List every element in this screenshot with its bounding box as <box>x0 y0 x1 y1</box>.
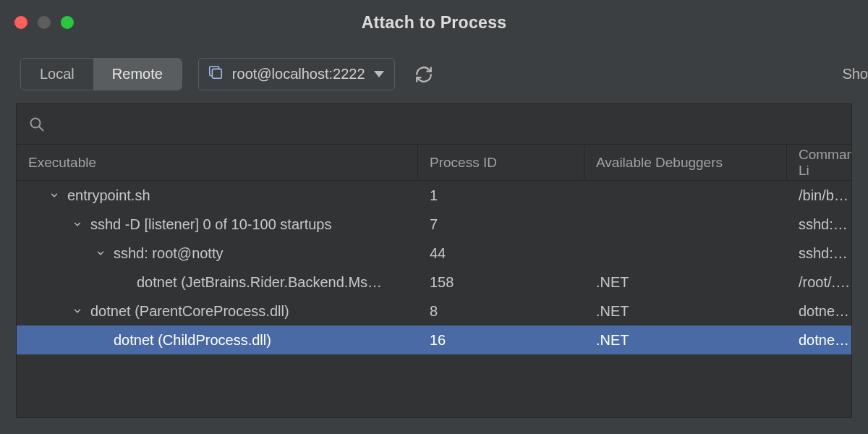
cell-executable: dotnet (JetBrains.Rider.Backend.Ms… <box>17 274 418 291</box>
executable-label: dotnet (ChildProcess.dll) <box>114 332 271 349</box>
connection-mode-segmented: Local Remote <box>20 58 182 90</box>
cell-pid: 7 <box>418 216 584 233</box>
chevron-down-icon[interactable] <box>72 306 83 316</box>
chevron-down-icon <box>374 71 384 77</box>
refresh-button[interactable] <box>411 61 437 88</box>
cell-cmd: dotnet ChildP <box>787 332 851 349</box>
dialog-title: Attach to Process <box>362 13 507 33</box>
cell-executable: dotnet (ParentCoreProcess.dll) <box>17 303 418 320</box>
cell-debuggers: .NET <box>584 274 787 291</box>
show-link[interactable]: Sho <box>842 66 868 82</box>
process-panel: Executable Process ID Available Debugger… <box>16 103 852 418</box>
cell-pid: 1 <box>418 187 584 204</box>
zoom-window-button[interactable] <box>61 16 74 29</box>
col-executable[interactable]: Executable <box>17 145 418 180</box>
executable-label: entrypoint.sh <box>67 187 150 204</box>
table-row[interactable]: sshd -D [listener] 0 of 10-100 startups7… <box>17 210 851 239</box>
svg-rect-1 <box>212 69 221 78</box>
refresh-icon <box>414 65 433 84</box>
table-row[interactable]: dotnet (ChildProcess.dll)16.NETdotnet Ch… <box>17 326 851 354</box>
cell-debuggers: .NET <box>584 332 787 349</box>
cell-executable: dotnet (ChildProcess.dll) <box>17 332 418 349</box>
remote-host-icon <box>208 64 224 84</box>
table-row[interactable]: sshd: root@notty44sshd: root@no <box>17 239 851 268</box>
chevron-down-icon[interactable] <box>95 248 106 258</box>
cell-pid: 16 <box>418 332 584 349</box>
cell-cmd: sshd: /usr/sbi <box>787 216 851 233</box>
cell-executable: sshd -D [listener] 0 of 10-100 startups <box>17 216 418 233</box>
cell-pid: 8 <box>418 303 584 320</box>
executable-label: sshd: root@notty <box>114 245 223 262</box>
chevron-down-icon[interactable] <box>72 219 83 229</box>
cell-debuggers: .NET <box>584 303 787 320</box>
dialog-window: Attach to Process Local Remote root@loca… <box>0 0 868 434</box>
remote-host-dropdown[interactable]: root@localhost:2222 <box>198 58 395 90</box>
executable-label: dotnet (JetBrains.Rider.Backend.Ms… <box>137 274 382 291</box>
cell-pid: 158 <box>418 274 584 291</box>
search-row[interactable] <box>17 104 851 145</box>
search-icon <box>28 116 46 133</box>
titlebar: Attach to Process <box>0 0 868 45</box>
tab-local[interactable]: Local <box>21 59 93 90</box>
col-pid[interactable]: Process ID <box>418 145 584 180</box>
cell-cmd: /bin/bash /app <box>787 187 851 204</box>
cell-pid: 44 <box>418 245 584 262</box>
table-row[interactable]: dotnet (ParentCoreProcess.dll)8.NETdotne… <box>17 297 851 326</box>
remote-host-label: root@localhost:2222 <box>232 66 365 82</box>
executable-label: dotnet (ParentCoreProcess.dll) <box>90 303 289 320</box>
executable-label: sshd -D [listener] 0 of 10-100 startups <box>90 216 332 233</box>
svg-point-2 <box>31 118 41 127</box>
process-table: Executable Process ID Available Debugger… <box>17 145 851 354</box>
cell-cmd: /root/.local/sh <box>787 274 851 291</box>
window-controls <box>14 16 74 29</box>
cell-cmd: dotnet /app/P <box>787 303 851 320</box>
cell-executable: sshd: root@notty <box>17 245 418 262</box>
cell-executable: entrypoint.sh <box>17 187 418 204</box>
table-body: entrypoint.sh1/bin/bash /appsshd -D [lis… <box>17 181 851 354</box>
svg-line-3 <box>39 127 43 131</box>
minimize-window-button[interactable] <box>38 16 51 29</box>
table-row[interactable]: entrypoint.sh1/bin/bash /app <box>17 181 851 210</box>
table-row[interactable]: dotnet (JetBrains.Rider.Backend.Ms…158.N… <box>17 268 851 297</box>
table-header: Executable Process ID Available Debugger… <box>17 145 851 181</box>
chevron-down-icon[interactable] <box>48 190 60 200</box>
cell-cmd: sshd: root@no <box>787 245 851 262</box>
col-cmd[interactable]: Command Li <box>787 145 852 180</box>
toolbar: Local Remote root@localhost:2222 Sho <box>0 45 868 103</box>
col-debuggers[interactable]: Available Debuggers <box>584 145 787 180</box>
close-window-button[interactable] <box>14 16 27 29</box>
tab-remote[interactable]: Remote <box>93 59 182 90</box>
